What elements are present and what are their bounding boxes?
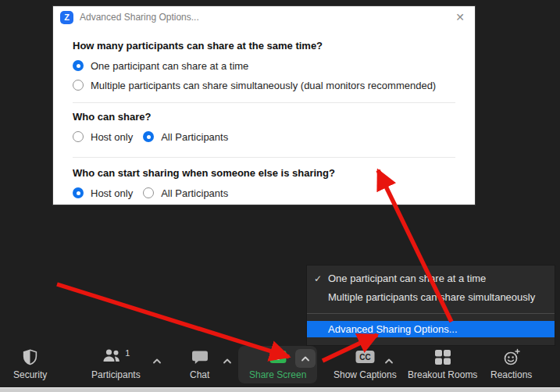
radio-label[interactable]: All Participants xyxy=(161,187,228,199)
menu-item-label: Multiple participants can share simultan… xyxy=(328,291,535,303)
security-button[interactable]: Security xyxy=(13,347,47,380)
reactions-smiley-icon xyxy=(502,347,521,366)
share-screen-chevron-up-icon[interactable] xyxy=(295,349,316,368)
captions-chevron-up-icon[interactable] xyxy=(384,353,394,367)
toolbar-label: Security xyxy=(13,369,47,380)
dialog-titlebar: Z Advanced Sharing Options... ✕ xyxy=(53,6,475,28)
toolbar-label: Share Screen xyxy=(249,369,306,380)
chat-button[interactable]: Chat xyxy=(190,347,209,380)
radio-selected-icon[interactable] xyxy=(73,60,84,71)
menu-item-advanced-sharing-options[interactable]: Advanced Sharing Options... xyxy=(307,321,555,337)
chat-bubble-icon xyxy=(191,347,209,366)
share-screen-context-menu: ✓ One participant can share at a time Mu… xyxy=(307,265,555,345)
question-share-count: How many participants can share at the s… xyxy=(73,40,455,52)
toolbar-label: Breakout Rooms xyxy=(408,369,477,380)
radio-option-multiple-participants[interactable]: Multiple participants can share simultan… xyxy=(73,79,455,91)
radio-selected-icon[interactable] xyxy=(143,131,154,142)
share-screen-icon xyxy=(269,347,287,366)
share-screen-button-group: Share Screen xyxy=(238,346,317,383)
reactions-button[interactable]: Reactions xyxy=(490,347,532,380)
toolbar-label: Show Captions xyxy=(334,369,397,380)
radio-label[interactable]: Multiple participants can share simultan… xyxy=(91,80,436,91)
close-icon[interactable]: ✕ xyxy=(455,11,465,23)
menu-item-multiple-participants[interactable]: Multiple participants can share simultan… xyxy=(307,288,555,307)
radio-label[interactable]: Host only xyxy=(91,131,133,143)
radio-unselected-icon[interactable] xyxy=(73,131,84,142)
breakout-rooms-button[interactable]: Breakout Rooms xyxy=(408,347,477,380)
toolbar-label: Chat xyxy=(190,369,209,380)
radio-option-all-participants[interactable]: All Participants xyxy=(143,187,228,199)
participants-count-badge: 1 xyxy=(125,348,130,358)
menu-item-one-participant[interactable]: ✓ One participant can share at a time xyxy=(307,269,555,288)
radio-selected-icon[interactable] xyxy=(73,187,84,198)
toolbar-label: Reactions xyxy=(490,369,532,380)
radio-label[interactable]: Host only xyxy=(91,187,133,199)
question-start-sharing: Who can start sharing when someone else … xyxy=(73,167,455,179)
participants-icon xyxy=(102,347,123,366)
section-divider xyxy=(73,102,455,103)
dialog-title: Advanced Sharing Options... xyxy=(80,12,199,23)
toolbar-label: Participants xyxy=(91,369,141,380)
menu-divider xyxy=(307,313,555,314)
advanced-sharing-options-dialog: Z Advanced Sharing Options... ✕ How many… xyxy=(53,6,475,205)
window-bottom-edge xyxy=(0,387,560,392)
check-icon: ✓ xyxy=(314,269,322,288)
captions-cc-icon: CC xyxy=(355,347,376,366)
menu-item-label: One participant can share at a time xyxy=(328,273,486,284)
zoom-meeting-window: Z Advanced Sharing Options... ✕ How many… xyxy=(0,0,560,392)
zoom-logo-icon: Z xyxy=(60,11,73,24)
radio-option-host-only[interactable]: Host only xyxy=(73,187,133,199)
svg-text:CC: CC xyxy=(359,353,370,362)
radio-label[interactable]: One participant can share at a time xyxy=(91,60,248,72)
meeting-toolbar: Security 1 Participants Chat xyxy=(0,344,560,387)
shield-icon xyxy=(22,347,38,366)
chat-chevron-up-icon[interactable] xyxy=(223,353,232,367)
participants-chevron-up-icon[interactable] xyxy=(152,353,162,367)
radio-unselected-icon[interactable] xyxy=(73,80,84,91)
question-who-can-share: Who can share? xyxy=(73,111,455,123)
radio-option-host-only[interactable]: Host only xyxy=(73,130,133,143)
menu-item-label: Advanced Sharing Options... xyxy=(328,323,458,335)
radio-option-one-participant[interactable]: One participant can share at a time xyxy=(73,59,455,72)
breakout-rooms-icon xyxy=(433,347,452,366)
radio-option-all-participants[interactable]: All Participants xyxy=(143,130,228,143)
radio-label[interactable]: All Participants xyxy=(161,131,228,143)
radio-unselected-icon[interactable] xyxy=(143,187,154,198)
section-divider xyxy=(73,157,455,158)
participants-button[interactable]: 1 Participants xyxy=(91,347,141,380)
